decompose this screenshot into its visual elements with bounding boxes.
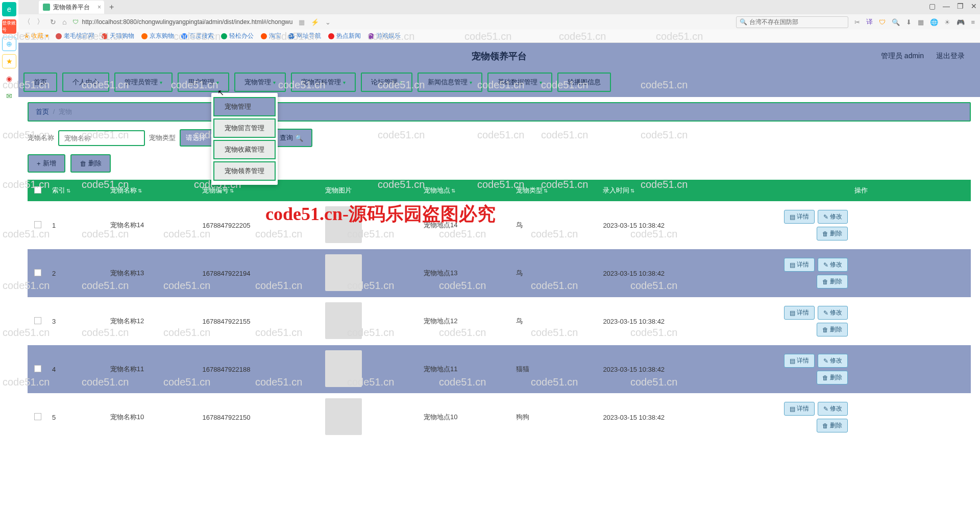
dropdown-item-3[interactable]: 宠物领养管理: [213, 161, 276, 181]
table-header[interactable]: 宠物图片: [321, 180, 420, 201]
new-tab-button[interactable]: +: [109, 3, 114, 12]
logout-button[interactable]: 退出登录: [936, 52, 965, 61]
table-row: 1 宠物名称14 1678847922205 宠物地点14 鸟 2023-03-…: [28, 201, 971, 249]
shield-icon[interactable]: 🛡: [879, 18, 886, 26]
row-checkbox[interactable]: [34, 413, 41, 420]
favorites-star-icon[interactable]: ★ 收藏 ▾: [23, 32, 48, 40]
row-checkbox[interactable]: [34, 365, 41, 372]
url-box[interactable]: 🛡 http://localhost:8080/chongwulingyangp…: [72, 18, 292, 26]
browser-tab[interactable]: 宠物领养平台 ×: [39, 1, 104, 14]
row-delete-button[interactable]: 🗑删除: [817, 419, 848, 432]
breadcrumb-home[interactable]: 首页: [36, 108, 49, 115]
row-delete-button[interactable]: 🗑删除: [817, 275, 848, 288]
tab-close-icon[interactable]: ×: [97, 4, 101, 11]
add-button[interactable]: + 新增: [28, 154, 65, 173]
nav-item-4[interactable]: 宠物管理 ▾: [234, 73, 286, 92]
maximize-icon[interactable]: ❐: [957, 2, 964, 10]
row-checkbox[interactable]: [34, 221, 41, 228]
row-checkbox[interactable]: [34, 317, 41, 324]
dock-star-icon[interactable]: ★: [2, 54, 16, 68]
globe-icon[interactable]: 🌐: [930, 18, 938, 26]
pencil-icon: ✎: [823, 405, 828, 413]
translate-icon[interactable]: 译: [866, 17, 873, 27]
select-all-checkbox[interactable]: [34, 186, 41, 194]
detail-button[interactable]: ▤详情: [784, 402, 815, 416]
dock-app-icon[interactable]: e: [2, 2, 16, 16]
close-window-icon[interactable]: ✕: [971, 2, 977, 10]
game-icon[interactable]: 🎮: [957, 18, 965, 26]
nav-item-6[interactable]: 论坛管理 ▾: [361, 73, 412, 92]
chevron-down-icon[interactable]: ⌄: [325, 18, 331, 26]
table-header[interactable]: 索引⇅: [48, 180, 106, 201]
nav-item-1[interactable]: 个人中心: [62, 73, 109, 92]
nav-reload-icon[interactable]: ↻: [50, 18, 56, 26]
edit-button[interactable]: ✎修改: [818, 210, 848, 224]
chevron-down-icon: ▾: [470, 80, 472, 85]
dropdown-item-1[interactable]: 宠物留言管理: [213, 118, 276, 138]
edit-button[interactable]: ✎修改: [818, 258, 848, 272]
flash-icon[interactable]: ⚡: [311, 18, 319, 26]
qr-icon[interactable]: ▦: [299, 18, 305, 26]
nav-back-icon[interactable]: 〈: [23, 17, 31, 27]
nav-item-9[interactable]: 轮播图信息: [557, 73, 611, 92]
dropdown-item-2[interactable]: 宠物收藏管理: [213, 140, 276, 159]
nav-item-5[interactable]: 宠物百科管理 ▾: [291, 73, 356, 92]
dock-extension1-icon[interactable]: ⊕: [2, 37, 16, 51]
download-icon[interactable]: ⬇: [906, 18, 912, 26]
nav-forward-icon[interactable]: 〉: [37, 17, 44, 27]
bookmark-link[interactable]: 京东购物: [141, 32, 174, 40]
cell-time: 2023-03-15 10:38:42: [599, 297, 751, 345]
table-header[interactable]: 宠物地点⇅: [420, 180, 512, 201]
bookmark-link[interactable]: 热点新闻: [328, 32, 361, 40]
table-header[interactable]: 宠物名称⇅: [106, 180, 199, 201]
bookmark-link[interactable]: 老毛桃官网: [56, 32, 94, 40]
pet-image: [325, 302, 362, 339]
sun-icon[interactable]: ☀: [944, 18, 950, 26]
browser-search-input[interactable]: 🔍 台湾不存在国防部: [736, 16, 848, 28]
nav-item-0[interactable]: 首页: [23, 73, 57, 92]
edit-button[interactable]: ✎修改: [818, 354, 848, 368]
row-delete-button[interactable]: 🗑删除: [817, 227, 848, 240]
cell-place: 宠物地点11: [420, 345, 512, 393]
table-header[interactable]: 录入时间⇅: [599, 180, 751, 201]
bookmark-link[interactable]: 轻松办公: [221, 32, 254, 40]
bookmark-link[interactable]: 网址导航: [288, 32, 321, 40]
bookmark-icon[interactable]: ▢: [929, 2, 936, 10]
row-delete-button[interactable]: 🗑删除: [817, 323, 848, 336]
scissors-icon[interactable]: ✂: [854, 18, 860, 26]
chevron-down-icon: ▾: [216, 80, 219, 85]
nav-home-icon[interactable]: ⌂: [62, 18, 66, 26]
cell-index: 4: [48, 345, 106, 393]
minimize-icon[interactable]: —: [943, 2, 950, 10]
bookmark-link[interactable]: 百度搜索: [181, 32, 214, 40]
filter-name-input[interactable]: [58, 130, 145, 146]
row-delete-button[interactable]: 🗑删除: [817, 371, 848, 384]
dropdown-item-0[interactable]: 宠物管理: [213, 97, 276, 116]
search2-icon[interactable]: 🔍: [892, 18, 900, 26]
admin-label[interactable]: 管理员 admin: [881, 52, 924, 61]
detail-button[interactable]: ▤详情: [784, 306, 815, 320]
nav-item-8[interactable]: 基础数据管理 ▾: [487, 73, 552, 92]
bookmark-link[interactable]: 淘宝: [261, 32, 281, 40]
edit-button[interactable]: ✎修改: [818, 306, 848, 320]
delete-button[interactable]: 🗑 删除: [70, 154, 111, 173]
nav-item-3[interactable]: 用户管理 ▾: [178, 73, 229, 92]
table-header[interactable]: 操作: [752, 180, 971, 201]
cell-image: [321, 249, 420, 297]
nav-item-7[interactable]: 新闻信息管理 ▾: [418, 73, 482, 92]
bookmark-link[interactable]: 游戏娱乐: [368, 32, 401, 40]
dock-login-icon[interactable]: 登录账号: [2, 19, 16, 34]
detail-button[interactable]: ▤详情: [784, 258, 815, 272]
dock-mail-icon[interactable]: ✉: [2, 89, 16, 103]
bookmark-link[interactable]: 天猫购物: [102, 32, 134, 40]
dock-weibo-icon[interactable]: ◉: [2, 71, 16, 86]
table-header[interactable]: 宠物类型⇅: [512, 180, 599, 201]
detail-button[interactable]: ▤详情: [784, 210, 815, 224]
row-checkbox[interactable]: [34, 269, 41, 276]
edit-button[interactable]: ✎修改: [818, 402, 848, 416]
detail-button[interactable]: ▤详情: [784, 354, 815, 368]
url-text: http://localhost:8080/chongwulingyangpin…: [82, 18, 292, 26]
grid-icon[interactable]: ▦: [918, 18, 924, 26]
menu-icon[interactable]: ≡: [971, 18, 975, 26]
nav-item-2[interactable]: 管理员管理 ▾: [114, 73, 173, 92]
